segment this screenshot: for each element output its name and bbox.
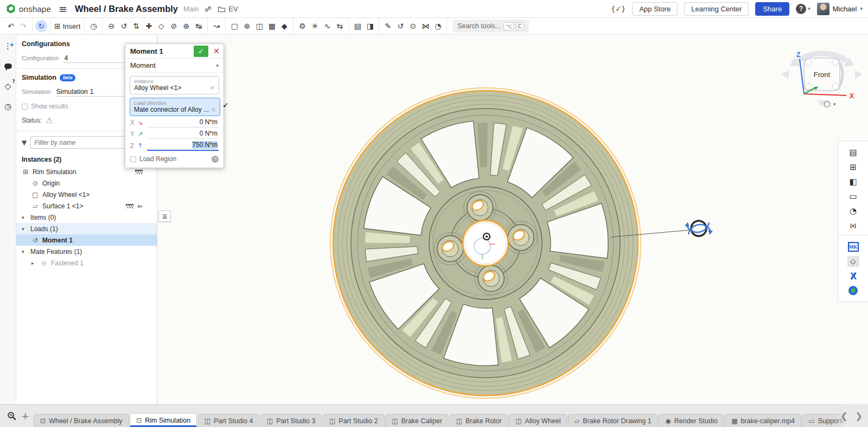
chevron-down-icon[interactable]: ▾ [22,226,27,232]
view-options-button[interactable]: ⬡ ▾ [824,99,836,109]
cylindrical-mate-button[interactable]: ⊘ [168,20,180,32]
tree-expand-button[interactable]: ≣ [158,211,171,222]
x-app-icon[interactable]: X [845,269,861,283]
accept-button[interactable]: ✓ [194,46,208,57]
display-states-button[interactable]: ✳ [309,20,321,32]
rotate-button[interactable]: ↻ [35,20,47,32]
scroll-right-icon[interactable]: ❯ [856,411,863,421]
tab-alloy-wheel[interactable]: ◫Alloy Wheel [509,414,567,427]
group-button[interactable]: ▢ [228,20,240,32]
insert-button[interactable]: ⊞Insert [53,20,81,32]
exploded-view-button[interactable]: ◆ [278,20,290,32]
mk-app-icon[interactable]: MK [845,239,861,254]
undo-button[interactable]: ↶ [5,20,17,32]
load-direction-field[interactable]: Load direction Mate connector of Alloy .… [130,98,220,116]
tab-brake-caliper[interactable]: ◫Brake Caliper [385,414,449,427]
mate-connector-button[interactable]: ◷ [87,20,99,32]
share-button[interactable]: Share [755,2,789,16]
axis-value-input[interactable]: 0 N*m [147,118,219,128]
add-tab-button[interactable]: + [21,410,29,422]
measure-dock-icon[interactable]: ▭ [845,189,861,203]
axis-value-input[interactable]: 0 N*m [147,129,219,139]
replicate-button[interactable]: ⊛ [241,20,253,32]
tree-row-moment-1[interactable]: ↺Moment 1 [16,234,157,246]
pressure-load-button[interactable]: ⊙ [407,20,419,32]
tab-rim-simulation[interactable]: ⊡Rim Simulation [130,413,197,427]
tree-row-origin[interactable]: ⊙Origin [16,177,157,189]
tree-row-fastened-1[interactable]: ▸⊖Fastened 1 [16,257,157,269]
relation-button[interactable]: ↝ [210,20,222,32]
tab-part-studio-4[interactable]: ◫Part Studio 4 [198,414,260,427]
hamburger-menu-icon[interactable]: ≡ [56,3,69,15]
chevron-down-icon[interactable]: ▾ [22,215,27,220]
tab-brake-rotor-drawing-1[interactable]: ▱Brake Rotor Drawing 1 [568,414,658,427]
viewport-3d[interactable]: Front Z X ⬡ ▾ ▤⊞◧▭◔(x) MK◇X [157,35,868,404]
chevron-down-icon[interactable]: ▾ [22,249,27,254]
circular-pattern-button[interactable]: ▦ [266,20,278,32]
redo-button[interactable]: ↷ [17,20,29,32]
moment-load-button[interactable]: ↺ [394,20,406,32]
named-positions-button[interactable]: ⚙ [296,20,308,32]
search-tools[interactable]: Search tools... ⌥C [452,20,528,33]
history-icon[interactable]: ◷ [3,101,14,112]
workspace-name[interactable]: Main [183,5,199,13]
chevron-right-icon[interactable]: ▸ [31,260,37,266]
learning-center-button[interactable]: Learning Center [684,2,749,16]
load-region-checkbox[interactable] [130,156,136,162]
pin-slot-mate-button[interactable]: ⊕ [180,20,192,32]
tab-wheel-brake-assembly[interactable]: ⊡Wheel / Brake Assembly [34,414,129,427]
globe-app-icon[interactable] [845,283,861,298]
tab-part-studio-2[interactable]: ◫Part Studio 2 [323,414,385,427]
help-menu[interactable]: ? ▾ [796,4,810,14]
axis-value-input[interactable]: 750 N*m [147,141,219,151]
tree-row-alloy-wheel[interactable]: □Alloy Wheel <1> [16,189,157,200]
clear-icon[interactable]: ✕ [208,85,215,92]
bom-table-button[interactable]: ▤ [352,20,363,32]
comparison-list-icon[interactable]: ▤ [845,145,861,160]
wheel-3d-model[interactable] [157,35,868,404]
clear-icon[interactable]: ✕ [209,106,216,113]
tab-render-studio[interactable]: ◉Render Studio [659,414,724,427]
tree-row-mate-features-header[interactable]: ▾Mate Features (1) [16,246,157,257]
help-cube-icon[interactable]: ◇? [3,81,14,92]
ball-mate-button[interactable]: ◇ [155,20,167,32]
assembly-structure-icon[interactable]: ⋮+ [3,41,14,52]
featurescript-icon[interactable]: {✓} [611,5,626,13]
project-folder[interactable]: EV [218,5,238,13]
interference-button[interactable]: ⇆ [334,20,346,32]
onshape-logo[interactable]: onshape [5,3,51,14]
show-results-checkbox[interactable] [22,104,28,110]
tree-row-loads-header[interactable]: ▾Loads (1) [16,223,157,234]
scroll-left-icon[interactable]: ❮ [840,411,847,421]
cancel-button[interactable]: ✕ [211,47,222,55]
linear-pattern-button[interactable]: ◫ [253,20,265,32]
torque-load-button[interactable]: ◔ [432,20,444,32]
tab-brake-rotor[interactable]: ◫Brake Rotor [450,414,508,427]
material-library-icon[interactable]: ◔ [845,203,861,218]
tree-row-items-header[interactable]: ▾Items (0) [16,212,157,223]
cube-app-icon[interactable]: ◇ [845,254,861,269]
user-menu[interactable]: Michael ▾ [817,3,863,15]
variables-icon[interactable]: (x) [845,218,861,233]
fastened-mate-button[interactable]: ⊖ [105,20,117,32]
link-icon[interactable] [204,5,212,13]
instance-field[interactable]: Instance Alloy Wheel <1> ✕ [130,76,219,94]
warning-icon[interactable]: ⚠ [46,116,53,125]
search-tabs-icon[interactable] [7,411,17,421]
help-icon[interactable]: ? [212,156,219,163]
part-configuration-icon[interactable]: ◧ [845,174,861,189]
bom-cube-icon[interactable]: ⊞ [845,160,861,174]
bearing-load-button[interactable]: ⋈ [419,20,431,32]
planar-mate-button[interactable]: ✚ [143,20,155,32]
tangent-mate-button[interactable]: ↹ [193,20,205,32]
tree-row-surface-1[interactable]: ▱Surface 1 <1>⇐ [16,200,157,212]
filter-icon[interactable]: ▼ [22,139,27,146]
force-load-button[interactable]: ✎ [382,20,394,32]
spring-button[interactable]: ∿ [321,20,333,32]
view-cube[interactable]: Front Z X [776,41,868,111]
mate-connector-picker-icon[interactable]: ➘ [222,101,228,109]
comments-icon[interactable] [3,61,14,72]
slider-mate-button[interactable]: ⇅ [130,20,142,32]
load-type-select[interactable]: Moment ▾ [125,59,224,73]
measure-button[interactable]: ◨ [364,20,376,32]
